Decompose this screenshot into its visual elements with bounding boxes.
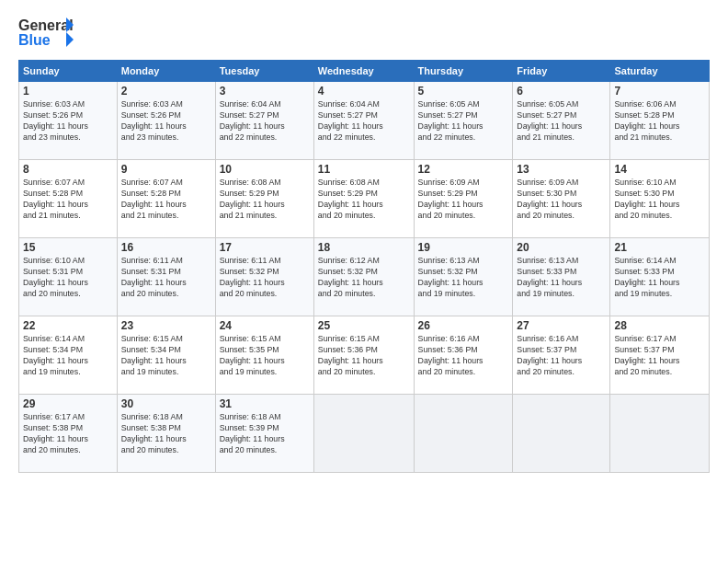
calendar-cell: 10Sunrise: 6:08 AM Sunset: 5:29 PM Dayli… (215, 160, 313, 238)
calendar-cell: 23Sunrise: 6:15 AM Sunset: 5:34 PM Dayli… (117, 316, 215, 395)
day-number: 17 (220, 241, 310, 254)
day-number: 5 (418, 85, 509, 98)
day-info: Sunrise: 6:13 AM Sunset: 5:32 PM Dayligh… (418, 256, 509, 300)
calendar-cell: 19Sunrise: 6:13 AM Sunset: 5:32 PM Dayli… (414, 238, 513, 316)
day-info: Sunrise: 6:13 AM Sunset: 5:33 PM Dayligh… (517, 256, 606, 300)
day-info: Sunrise: 6:03 AM Sunset: 5:26 PM Dayligh… (23, 99, 113, 144)
day-number: 24 (220, 319, 310, 332)
day-number: 29 (23, 397, 113, 410)
calendar-cell (313, 395, 414, 473)
week-row-1: 1Sunrise: 6:03 AM Sunset: 5:26 PM Daylig… (19, 82, 710, 160)
svg-text:Blue: Blue (18, 32, 51, 48)
calendar-cell: 24Sunrise: 6:15 AM Sunset: 5:35 PM Dayli… (215, 316, 313, 395)
day-info: Sunrise: 6:15 AM Sunset: 5:34 PM Dayligh… (121, 334, 211, 378)
weekday-header-row: SundayMondayTuesdayWednesdayThursdayFrid… (19, 61, 710, 82)
day-info: Sunrise: 6:11 AM Sunset: 5:31 PM Dayligh… (121, 256, 211, 300)
calendar-cell (414, 395, 513, 473)
day-number: 28 (614, 319, 705, 332)
day-number: 16 (121, 241, 211, 254)
day-info: Sunrise: 6:06 AM Sunset: 5:28 PM Dayligh… (614, 99, 705, 144)
calendar-cell: 18Sunrise: 6:12 AM Sunset: 5:32 PM Dayli… (313, 238, 414, 316)
calendar-cell: 16Sunrise: 6:11 AM Sunset: 5:31 PM Dayli… (117, 238, 215, 316)
day-info: Sunrise: 6:18 AM Sunset: 5:38 PM Dayligh… (121, 412, 211, 456)
header: GeneralBlue (18, 14, 710, 52)
day-number: 21 (614, 241, 705, 254)
day-number: 11 (318, 163, 410, 176)
day-info: Sunrise: 6:17 AM Sunset: 5:38 PM Dayligh… (23, 412, 113, 456)
day-number: 3 (220, 85, 310, 98)
day-info: Sunrise: 6:15 AM Sunset: 5:36 PM Dayligh… (318, 334, 410, 378)
calendar-cell: 12Sunrise: 6:09 AM Sunset: 5:29 PM Dayli… (414, 160, 513, 238)
day-number: 14 (614, 163, 705, 176)
day-info: Sunrise: 6:12 AM Sunset: 5:32 PM Dayligh… (318, 256, 410, 300)
logo: GeneralBlue (18, 14, 78, 52)
calendar-cell: 4Sunrise: 6:04 AM Sunset: 5:27 PM Daylig… (313, 82, 414, 160)
weekday-header-saturday: Saturday (610, 61, 710, 82)
day-number: 26 (418, 319, 509, 332)
day-number: 18 (318, 241, 410, 254)
weekday-header-tuesday: Tuesday (215, 61, 313, 82)
day-info: Sunrise: 6:17 AM Sunset: 5:37 PM Dayligh… (614, 334, 705, 378)
weekday-header-friday: Friday (513, 61, 610, 82)
day-info: Sunrise: 6:18 AM Sunset: 5:39 PM Dayligh… (220, 412, 310, 456)
day-number: 25 (318, 319, 410, 332)
calendar-cell: 1Sunrise: 6:03 AM Sunset: 5:26 PM Daylig… (19, 82, 118, 160)
day-info: Sunrise: 6:07 AM Sunset: 5:28 PM Dayligh… (121, 178, 211, 222)
day-number: 31 (220, 397, 310, 410)
day-number: 6 (517, 85, 606, 98)
logo-svg: GeneralBlue (18, 14, 78, 52)
day-number: 13 (517, 163, 606, 176)
day-number: 20 (517, 241, 606, 254)
day-number: 22 (23, 319, 113, 332)
calendar-cell: 11Sunrise: 6:08 AM Sunset: 5:29 PM Dayli… (313, 160, 414, 238)
day-info: Sunrise: 6:09 AM Sunset: 5:30 PM Dayligh… (517, 178, 606, 222)
day-info: Sunrise: 6:08 AM Sunset: 5:29 PM Dayligh… (318, 178, 410, 222)
calendar-table: SundayMondayTuesdayWednesdayThursdayFrid… (18, 60, 710, 473)
calendar-cell: 29Sunrise: 6:17 AM Sunset: 5:38 PM Dayli… (19, 395, 118, 473)
weekday-header-sunday: Sunday (19, 61, 118, 82)
day-info: Sunrise: 6:04 AM Sunset: 5:27 PM Dayligh… (220, 99, 310, 144)
day-info: Sunrise: 6:05 AM Sunset: 5:27 PM Dayligh… (517, 99, 606, 144)
day-info: Sunrise: 6:14 AM Sunset: 5:34 PM Dayligh… (23, 334, 113, 378)
day-number: 30 (121, 397, 211, 410)
calendar-cell: 25Sunrise: 6:15 AM Sunset: 5:36 PM Dayli… (313, 316, 414, 395)
day-number: 4 (318, 85, 410, 98)
day-info: Sunrise: 6:05 AM Sunset: 5:27 PM Dayligh… (418, 99, 509, 144)
weekday-header-thursday: Thursday (414, 61, 513, 82)
day-number: 7 (614, 85, 705, 98)
svg-text:General: General (18, 17, 74, 33)
calendar-cell (513, 395, 610, 473)
day-number: 23 (121, 319, 211, 332)
day-number: 19 (418, 241, 509, 254)
calendar-cell: 13Sunrise: 6:09 AM Sunset: 5:30 PM Dayli… (513, 160, 610, 238)
calendar-cell: 30Sunrise: 6:18 AM Sunset: 5:38 PM Dayli… (117, 395, 215, 473)
day-info: Sunrise: 6:10 AM Sunset: 5:30 PM Dayligh… (614, 178, 705, 222)
day-number: 8 (23, 163, 113, 176)
day-number: 2 (121, 85, 211, 98)
week-row-3: 15Sunrise: 6:10 AM Sunset: 5:31 PM Dayli… (19, 238, 710, 316)
calendar-cell: 28Sunrise: 6:17 AM Sunset: 5:37 PM Dayli… (610, 316, 710, 395)
day-number: 10 (220, 163, 310, 176)
calendar-cell: 21Sunrise: 6:14 AM Sunset: 5:33 PM Dayli… (610, 238, 710, 316)
calendar-cell: 5Sunrise: 6:05 AM Sunset: 5:27 PM Daylig… (414, 82, 513, 160)
weekday-header-monday: Monday (117, 61, 215, 82)
week-row-2: 8Sunrise: 6:07 AM Sunset: 5:28 PM Daylig… (19, 160, 710, 238)
day-info: Sunrise: 6:04 AM Sunset: 5:27 PM Dayligh… (318, 99, 410, 144)
day-info: Sunrise: 6:16 AM Sunset: 5:36 PM Dayligh… (418, 334, 509, 378)
day-number: 1 (23, 85, 113, 98)
day-info: Sunrise: 6:16 AM Sunset: 5:37 PM Dayligh… (517, 334, 606, 378)
calendar-cell: 26Sunrise: 6:16 AM Sunset: 5:36 PM Dayli… (414, 316, 513, 395)
day-info: Sunrise: 6:07 AM Sunset: 5:28 PM Dayligh… (23, 178, 113, 222)
calendar-cell: 3Sunrise: 6:04 AM Sunset: 5:27 PM Daylig… (215, 82, 313, 160)
calendar-cell: 8Sunrise: 6:07 AM Sunset: 5:28 PM Daylig… (19, 160, 118, 238)
calendar-cell: 14Sunrise: 6:10 AM Sunset: 5:30 PM Dayli… (610, 160, 710, 238)
calendar-cell (610, 395, 710, 473)
day-number: 27 (517, 319, 606, 332)
day-info: Sunrise: 6:14 AM Sunset: 5:33 PM Dayligh… (614, 256, 705, 300)
calendar-cell: 7Sunrise: 6:06 AM Sunset: 5:28 PM Daylig… (610, 82, 710, 160)
day-info: Sunrise: 6:11 AM Sunset: 5:32 PM Dayligh… (220, 256, 310, 300)
day-info: Sunrise: 6:03 AM Sunset: 5:26 PM Dayligh… (121, 99, 211, 144)
calendar-cell: 15Sunrise: 6:10 AM Sunset: 5:31 PM Dayli… (19, 238, 118, 316)
day-info: Sunrise: 6:08 AM Sunset: 5:29 PM Dayligh… (220, 178, 310, 222)
calendar-cell: 2Sunrise: 6:03 AM Sunset: 5:26 PM Daylig… (117, 82, 215, 160)
